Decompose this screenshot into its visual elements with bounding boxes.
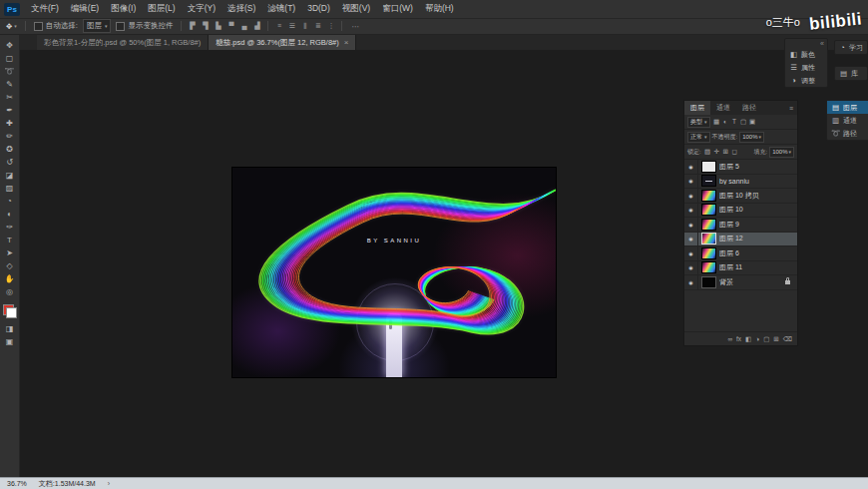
layer-visibility-toggle[interactable]: ◉ (684, 175, 698, 189)
type-tool[interactable]: T (1, 234, 18, 246)
layer-thumbnail[interactable] (701, 190, 716, 202)
align-icon-3[interactable]: ▀ (225, 22, 236, 30)
delete-layer-icon[interactable]: ⌫ (783, 335, 792, 343)
move-tool[interactable]: ✥ (1, 39, 18, 52)
layer-thumbnail[interactable] (701, 161, 716, 173)
eraser-tool[interactable]: ◪ (1, 169, 18, 182)
dock-item-路径[interactable]: ➰路径 (827, 127, 868, 140)
eyedropper-tool[interactable]: ✒ (1, 104, 18, 117)
zoom-level[interactable]: 36.7% (7, 480, 27, 487)
dock-item-通道[interactable]: ▥通道 (827, 114, 868, 127)
background-color-swatch[interactable] (6, 307, 17, 318)
canvas-document[interactable]: BY SANNIU (232, 168, 556, 377)
collapse-panel-icon[interactable]: « (785, 39, 827, 48)
menu-item-8[interactable]: 视图(V) (336, 3, 376, 15)
auto-select-checkbox[interactable]: 自动选择: (34, 21, 78, 31)
menu-item-1[interactable]: 编辑(E) (65, 3, 105, 15)
shape-tool[interactable]: ◇ (1, 259, 18, 272)
layer-row-1[interactable]: ◉by sanniu (684, 175, 797, 190)
align-icon-1[interactable]: ▜ (200, 22, 211, 30)
show-transform-checkbox[interactable]: 显示变换控件 (116, 21, 173, 31)
lasso-tool[interactable]: ➰ (1, 65, 18, 78)
document-tab-1[interactable]: 糖茄.psd @ 36.7%(图层 12, RGB/8#)× (209, 35, 356, 50)
menu-item-7[interactable]: 3D(D) (301, 3, 336, 15)
pen-tool[interactable]: ✑ (1, 221, 18, 234)
lock-icon-3[interactable]: ◻ (730, 148, 739, 156)
panel-tab-1[interactable]: 通道 (710, 101, 736, 115)
layer-visibility-toggle[interactable]: ◉ (684, 246, 698, 260)
layer-row-5[interactable]: ◉图层 12 (684, 233, 797, 247)
layer-row-3[interactable]: ◉图层 10 (684, 204, 797, 219)
tab-close-icon[interactable]: × (344, 38, 349, 47)
dodge-tool[interactable]: ◐ (1, 208, 18, 221)
layer-row-6[interactable]: ◉图层 6 (684, 246, 797, 261)
crop-tool[interactable]: ✂ (1, 91, 18, 104)
quick-selection-tool[interactable]: ✎ (1, 78, 18, 91)
lock-icon-1[interactable]: ✛ (712, 148, 721, 156)
dock-item-颜色[interactable]: ◧颜色 (785, 48, 827, 61)
filter-icon-4[interactable]: ▣ (748, 118, 757, 126)
menu-item-0[interactable]: 文件(F) (25, 3, 65, 15)
layer-thumbnail[interactable] (701, 219, 716, 231)
tool-preset-picker[interactable]: ✥ ▾ (3, 22, 20, 31)
distribute-icon-2[interactable]: ⫼ (299, 22, 310, 30)
dock-item-图层[interactable]: ▤图层 (827, 101, 868, 114)
layer-visibility-toggle[interactable]: ◉ (684, 233, 698, 246)
color-swatches[interactable] (3, 304, 17, 318)
layer-row-7[interactable]: ◉图层 11 (684, 261, 797, 276)
menu-item-5[interactable]: 选择(S) (221, 3, 261, 15)
status-popup-chevron-icon[interactable]: › (108, 480, 110, 487)
layer-row-4[interactable]: ◉图层 9 (684, 218, 797, 233)
fill-value[interactable]: 100% ▾ (769, 147, 794, 158)
blur-tool[interactable]: ◔ (1, 195, 18, 208)
lock-icon-2[interactable]: ⊞ (721, 148, 730, 156)
align-icon-4[interactable]: ▄ (238, 22, 249, 30)
document-tab-0[interactable]: 彩色背景1-分层的.psd @ 50%(图层 1, RGB/8#) (37, 35, 209, 50)
clone-stamp-tool[interactable]: ✪ (1, 143, 18, 156)
more-options-icon[interactable]: ⋯ (347, 22, 363, 31)
adjustment-layer-icon[interactable]: ◑ (755, 335, 759, 342)
library-panel-button[interactable]: ▤ 库 (835, 67, 867, 80)
blend-mode-dropdown[interactable]: 正常 ▾ (687, 132, 710, 143)
opacity-value[interactable]: 100% ▾ (739, 132, 764, 143)
layer-visibility-toggle[interactable]: ◉ (684, 261, 698, 275)
layer-visibility-toggle[interactable]: ◉ (684, 160, 698, 174)
brush-tool[interactable]: ✏ (1, 130, 18, 143)
layer-thumbnail[interactable] (701, 204, 716, 216)
layer-visibility-toggle[interactable]: ◉ (684, 275, 698, 289)
panel-tab-2[interactable]: 路径 (736, 101, 762, 115)
healing-brush-tool[interactable]: ✚ (1, 117, 18, 130)
dock-item-调整[interactable]: ◑调整 (785, 74, 827, 87)
path-selection-tool[interactable]: ➤ (1, 246, 18, 259)
hand-tool[interactable]: ✋ (1, 272, 18, 285)
learn-panel-button[interactable]: ◔ 学习 (835, 41, 867, 54)
layer-group-icon[interactable]: ▢ (763, 335, 769, 343)
lock-icon-0[interactable]: ▨ (703, 148, 712, 156)
menu-item-9[interactable]: 窗口(W) (376, 3, 419, 15)
layer-effects-icon[interactable]: fx (736, 335, 741, 342)
menu-item-10[interactable]: 帮助(H) (419, 3, 460, 15)
layer-thumbnail[interactable] (701, 261, 716, 273)
layer-visibility-toggle[interactable]: ◉ (684, 189, 698, 203)
layer-thumbnail[interactable] (701, 247, 716, 259)
marquee-tool[interactable]: ▢ (1, 52, 18, 65)
gradient-tool[interactable]: ▨ (1, 182, 18, 195)
distribute-icon-1[interactable]: ☰ (286, 22, 297, 30)
layer-thumbnail[interactable] (701, 233, 716, 244)
distribute-icon-0[interactable]: ≡ (273, 22, 284, 30)
align-icon-0[interactable]: ▛ (187, 22, 198, 30)
dock-item-属性[interactable]: ☰属性 (785, 61, 827, 74)
filter-icon-2[interactable]: T (730, 118, 739, 126)
menu-item-6[interactable]: 滤镜(T) (261, 3, 301, 15)
filter-type-dropdown[interactable]: 类型 ▾ (687, 117, 710, 128)
menu-item-3[interactable]: 图层(L) (142, 3, 181, 15)
filter-icon-3[interactable]: ▢ (739, 118, 748, 126)
history-brush-tool[interactable]: ↺ (1, 156, 18, 169)
zoom-tool[interactable]: ◎ (1, 285, 18, 298)
layer-visibility-toggle[interactable]: ◉ (684, 218, 698, 232)
layer-thumbnail[interactable] (701, 276, 716, 288)
layer-visibility-toggle[interactable]: ◉ (684, 204, 698, 218)
layer-mask-icon[interactable]: ◧ (745, 335, 751, 343)
quick-mask-mode[interactable]: ◨ (1, 322, 18, 335)
menu-item-4[interactable]: 文字(Y) (182, 3, 221, 15)
